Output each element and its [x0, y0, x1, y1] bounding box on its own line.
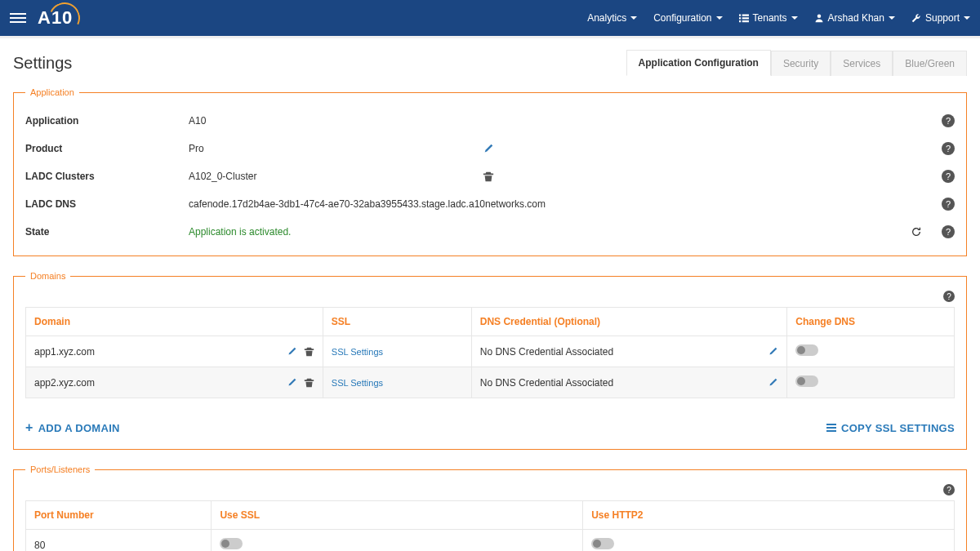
tab-blue-green[interactable]: Blue/Green: [893, 51, 967, 76]
tab-services[interactable]: Services: [831, 51, 893, 76]
add-domain-button[interactable]: +Add A Domain: [25, 421, 120, 434]
edit-icon[interactable]: [768, 377, 778, 388]
list-icon: [739, 13, 749, 23]
ssl-settings-link[interactable]: SSL Settings: [332, 378, 383, 388]
chevron-down-icon: [791, 16, 798, 20]
svg-rect-0: [739, 15, 741, 16]
ports-legend: Ports/Listeners: [25, 464, 95, 474]
use-http2-toggle[interactable]: [591, 538, 614, 549]
table-row: app1.xyz.com SSL Settings No DNS Credent…: [26, 336, 955, 367]
domains-table: Domain SSL DNS Credential (Optional) Cha…: [25, 307, 955, 398]
wrench-icon: [911, 13, 921, 23]
help-icon[interactable]: ?: [942, 198, 955, 211]
application-legend: Application: [25, 87, 79, 97]
table-row: app2.xyz.com SSL Settings No DNS Credent…: [26, 367, 955, 398]
row-ladc-dns: LADC DNS cafenode.17d2b4ae-3db1-47c4-ae7…: [25, 190, 955, 218]
use-ssl-toggle[interactable]: [220, 538, 243, 549]
settings-tabs: Application Configuration Security Servi…: [626, 50, 967, 76]
help-icon[interactable]: ?: [942, 142, 955, 155]
svg-rect-1: [742, 15, 748, 16]
chevron-down-icon: [630, 16, 637, 20]
domain-name: app1.xyz.com: [34, 346, 287, 358]
svg-rect-3: [742, 17, 748, 19]
list-icon: [826, 424, 836, 432]
delete-icon[interactable]: [483, 171, 499, 182]
nav-tenants[interactable]: Tenants: [739, 12, 798, 24]
table-row: 80: [26, 530, 955, 552]
copy-ssl-settings-button[interactable]: Copy SSL Settings: [826, 422, 955, 434]
edit-icon[interactable]: [768, 346, 778, 357]
change-dns-toggle[interactable]: [795, 375, 818, 387]
col-port-number: Port Number: [26, 501, 212, 530]
row-product: Product Pro ?: [25, 135, 955, 162]
row-clusters: LADC Clusters A102_0-Cluster ?: [25, 162, 955, 190]
tab-security[interactable]: Security: [771, 51, 831, 76]
svg-rect-2: [739, 17, 741, 19]
col-ssl: SSL: [323, 308, 471, 336]
help-icon[interactable]: ?: [942, 170, 955, 183]
dns-credential-text: No DNS Credential Associated: [480, 346, 768, 358]
domains-legend: Domains: [25, 271, 70, 281]
edit-icon[interactable]: [287, 377, 297, 388]
nav-support[interactable]: Support: [911, 12, 970, 24]
help-icon[interactable]: ?: [943, 291, 955, 302]
chevron-down-icon: [889, 16, 895, 20]
domain-name: app2.xyz.com: [34, 377, 287, 389]
col-domain: Domain: [26, 308, 323, 336]
nav-configuration[interactable]: Configuration: [653, 12, 722, 24]
col-dns-credential: DNS Credential (Optional): [471, 308, 787, 336]
svg-point-6: [817, 15, 821, 19]
col-change-dns: Change DNS: [787, 308, 955, 336]
ssl-settings-link[interactable]: SSL Settings: [332, 347, 383, 357]
port-number: 80: [26, 530, 212, 552]
svg-rect-5: [742, 20, 748, 22]
domains-section: Domains ? Domain SSL DNS Credential (Opt…: [13, 271, 967, 450]
nav-user[interactable]: Arshad Khan: [814, 12, 895, 24]
plus-icon: +: [25, 421, 33, 434]
refresh-icon[interactable]: [911, 226, 922, 238]
hamburger-menu-icon[interactable]: [10, 13, 26, 23]
chevron-down-icon: [964, 16, 970, 20]
page-title: Settings: [13, 54, 72, 73]
row-application: Application A10 ?: [25, 107, 955, 135]
change-dns-toggle[interactable]: [795, 344, 818, 356]
chevron-down-icon: [716, 16, 723, 20]
ports-section: Ports/Listeners ? Port Number Use SSL Us…: [13, 464, 967, 551]
dns-credential-text: No DNS Credential Associated: [480, 377, 768, 389]
page-header: Settings Application Configuration Secur…: [13, 50, 967, 76]
svg-rect-4: [739, 20, 741, 22]
help-icon[interactable]: ?: [943, 484, 955, 495]
tab-application-configuration[interactable]: Application Configuration: [626, 50, 771, 76]
help-icon[interactable]: ?: [942, 225, 955, 238]
edit-icon[interactable]: [483, 143, 499, 154]
page-body: Settings Application Configuration Secur…: [0, 38, 980, 551]
user-icon: [814, 13, 824, 23]
edit-icon[interactable]: [287, 346, 297, 357]
delete-icon[interactable]: [304, 377, 314, 388]
col-use-http2: Use HTTP2: [583, 501, 955, 530]
domains-actions: +Add A Domain Copy SSL Settings: [25, 398, 955, 439]
brand-logo[interactable]: A10: [38, 7, 73, 29]
nav-analytics[interactable]: Analytics: [587, 12, 637, 24]
top-navbar: A10 Analytics Configuration Tenants Arsh…: [0, 0, 980, 36]
top-nav-right: Analytics Configuration Tenants Arshad K…: [587, 12, 970, 24]
col-use-ssl: Use SSL: [212, 501, 583, 530]
help-icon[interactable]: ?: [942, 114, 955, 127]
application-section: Application Application A10 ? Product Pr…: [13, 87, 967, 256]
ports-table: Port Number Use SSL Use HTTP2 80: [25, 500, 955, 551]
row-state: State Application is activated. ?: [25, 218, 955, 246]
delete-icon[interactable]: [304, 346, 314, 357]
